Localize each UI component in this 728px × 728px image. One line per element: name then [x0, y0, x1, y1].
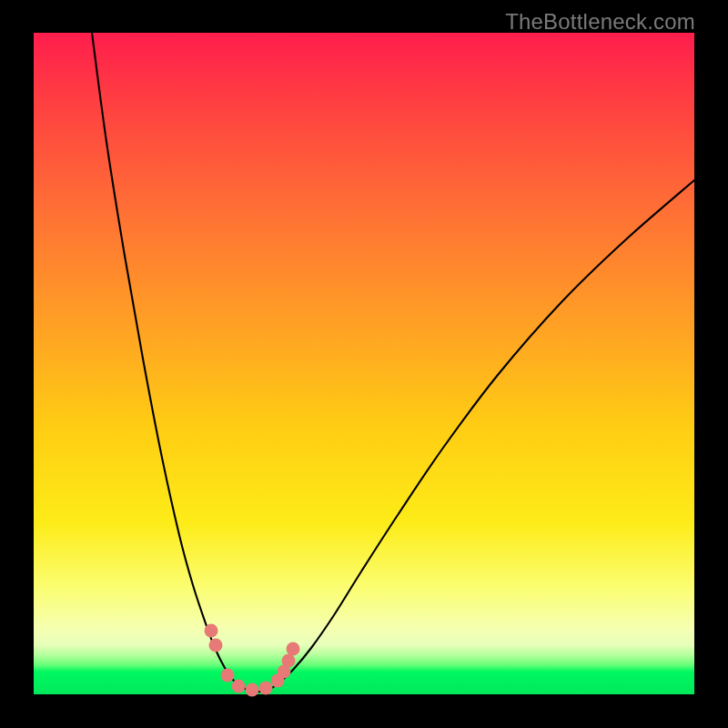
chart-svg	[34, 33, 694, 694]
marker-dot	[209, 639, 223, 652]
min-region-dots	[205, 624, 300, 697]
watermark-text: TheBottleneck.com	[505, 9, 695, 35]
marker-dot	[232, 680, 246, 693]
marker-dot	[246, 683, 259, 697]
marker-dot	[205, 624, 218, 638]
marker-dot	[282, 654, 296, 668]
outer-frame: TheBottleneck.com	[0, 0, 728, 728]
marker-dot	[221, 669, 235, 682]
marker-dot	[287, 642, 300, 656]
marker-dot	[259, 682, 273, 695]
bottleneck-curve	[92, 33, 694, 692]
